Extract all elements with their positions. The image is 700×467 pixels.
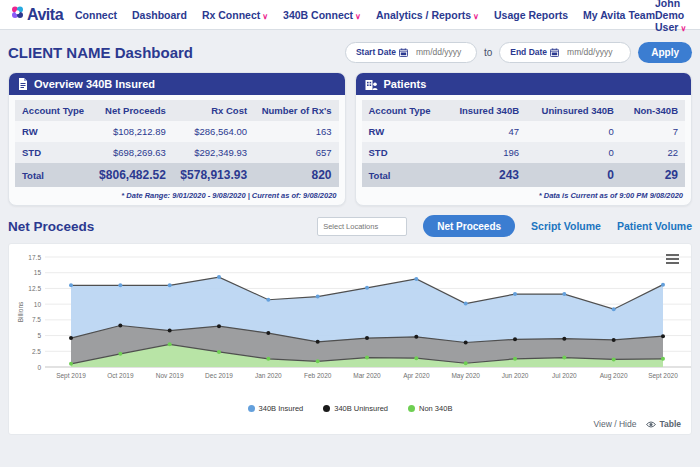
patients-card-title: Patients xyxy=(384,78,427,90)
chevron-down-icon: ∨ xyxy=(262,12,268,21)
script-volume-button[interactable]: Script Volume xyxy=(531,220,601,232)
col-uninsured-340b: Uninsured 340B xyxy=(526,100,621,121)
table-row: RW $108,212.89 $286,564.00 163 xyxy=(15,121,339,142)
page-title: CLIENT NAME Dashboard xyxy=(8,44,193,61)
chart-card: 02.557.51012.51517.5BillionsSept 2019Oct… xyxy=(8,243,692,435)
patients-card: Patients Account Type Insured 340B Unins… xyxy=(355,72,693,206)
end-date-field[interactable]: End Date xyxy=(499,42,631,63)
svg-text:2.5: 2.5 xyxy=(32,348,41,355)
legend-label: 340B Insured xyxy=(259,404,304,413)
calendar-icon xyxy=(550,48,559,57)
eye-icon xyxy=(646,421,656,428)
avita-logo[interactable]: Avita xyxy=(10,5,63,24)
net-proceeds-button[interactable]: Net Proceeds xyxy=(423,215,515,237)
svg-text:Sept 2019: Sept 2019 xyxy=(56,372,86,380)
net-proceeds-chart: 02.557.51012.51517.5BillionsSept 2019Oct… xyxy=(15,247,685,401)
select-locations-input[interactable] xyxy=(317,217,407,236)
svg-text:7.5: 7.5 xyxy=(32,316,41,323)
patients-icon xyxy=(365,79,378,90)
table-row: RW 47 0 7 xyxy=(362,121,686,142)
svg-text:Jan 2020: Jan 2020 xyxy=(255,372,282,379)
chevron-down-icon: ∨ xyxy=(680,24,686,33)
table-row: STD $698,269.63 $292,349.93 657 xyxy=(15,142,339,163)
svg-text:Dec 2019: Dec 2019 xyxy=(205,372,233,379)
avita-flower-icon xyxy=(10,5,25,24)
date-controls: Start Date to End Date Apply xyxy=(345,42,692,63)
calendar-icon xyxy=(399,48,408,57)
end-date-input[interactable] xyxy=(567,47,629,57)
svg-text:Jun 2020: Jun 2020 xyxy=(502,372,529,379)
patients-header-row: Account Type Insured 340B Uninsured 340B… xyxy=(362,100,686,121)
chart-controls: Net Proceeds Script Volume Patient Volum… xyxy=(317,215,692,237)
nav-item-dashboard[interactable]: Dashboard xyxy=(132,9,187,21)
overview-footnote: * Date Range: 9/01/2020 - 9/08/2020 | Cu… xyxy=(15,187,339,201)
total-row: Total 243 0 29 xyxy=(362,163,686,187)
overview-card-header: Overview 340B Insured xyxy=(9,73,345,95)
overview-card-title: Overview 340B Insured xyxy=(34,78,155,90)
svg-text:0: 0 xyxy=(37,364,41,371)
svg-text:Sept 2020: Sept 2020 xyxy=(648,372,678,380)
patient-volume-button[interactable]: Patient Volume xyxy=(617,220,692,232)
col-non-340b: Non-340B xyxy=(621,100,685,121)
chart-svg: 02.557.51012.51517.5BillionsSept 2019Oct… xyxy=(15,247,697,397)
start-date-input[interactable] xyxy=(416,47,478,57)
overview-header-row: Account Type Net Proceeds Rx Cost Number… xyxy=(15,100,339,121)
legend-label: 340B Uninsured xyxy=(334,404,388,413)
nav-items: Connect Dashboard Rx Connect∨ 340B Conne… xyxy=(75,9,655,21)
end-date-label: End Date xyxy=(510,47,559,57)
col-account-type: Account Type xyxy=(362,100,446,121)
legend-item[interactable]: 340B Uninsured xyxy=(323,404,388,413)
chart-legend: 340B Insured340B UninsuredNon 340B xyxy=(15,402,685,415)
legend-label: Non 340B xyxy=(419,404,452,413)
svg-text:12.5: 12.5 xyxy=(28,285,41,292)
svg-text:Oct 2019: Oct 2019 xyxy=(107,372,134,379)
nav-item-connect[interactable]: Connect xyxy=(75,9,117,21)
nav-item-analytics-reports[interactable]: Analytics / Reports∨ xyxy=(376,9,479,21)
legend-dot-icon xyxy=(323,405,330,412)
apply-button[interactable]: Apply xyxy=(638,42,692,63)
svg-text:10: 10 xyxy=(34,301,42,308)
nav-item-my-avita-team[interactable]: My Avita Team xyxy=(583,9,655,21)
patients-card-header: Patients xyxy=(356,73,692,95)
top-nav: Avita Connect Dashboard Rx Connect∨ 340B… xyxy=(0,0,700,30)
col-account-type: Account Type xyxy=(15,100,92,121)
chart-footer: View / Hide Table xyxy=(15,415,685,432)
svg-text:Nov 2019: Nov 2019 xyxy=(156,372,184,379)
user-menu[interactable]: John Demo User∨ xyxy=(655,0,690,33)
svg-text:Aug 2020: Aug 2020 xyxy=(600,372,628,380)
net-proceeds-section-title: Net Proceeds xyxy=(8,219,94,234)
svg-text:Mar 2020: Mar 2020 xyxy=(353,372,381,379)
nav-item-rx-connect[interactable]: Rx Connect∨ xyxy=(202,9,268,21)
chevron-down-icon: ∨ xyxy=(355,12,361,21)
patients-footnote: * Data is Current as of 9:00 PM 9/08/202… xyxy=(362,187,686,201)
svg-text:Jul 2020: Jul 2020 xyxy=(552,372,577,379)
svg-text:Apr 2020: Apr 2020 xyxy=(403,372,430,380)
svg-text:15: 15 xyxy=(34,269,42,276)
view-hide-toggle[interactable]: View / Hide xyxy=(594,419,637,429)
patients-table: Account Type Insured 340B Uninsured 340B… xyxy=(362,100,686,187)
col-number-of-rxs: Number of Rx's xyxy=(254,100,338,121)
legend-dot-icon xyxy=(248,405,255,412)
nav-item-340b-connect[interactable]: 340B Connect∨ xyxy=(283,9,361,21)
nav-item-usage-reports[interactable]: Usage Reports xyxy=(494,9,568,21)
table-row: STD 196 0 22 xyxy=(362,142,686,163)
col-rx-cost: Rx Cost xyxy=(173,100,254,121)
overview-340b-card: Overview 340B Insured Account Type Net P… xyxy=(8,72,346,206)
overview-table: Account Type Net Proceeds Rx Cost Number… xyxy=(15,100,339,187)
svg-text:Billions: Billions xyxy=(17,301,24,322)
start-date-label: Start Date xyxy=(356,47,408,57)
start-date-field[interactable]: Start Date xyxy=(345,42,477,63)
svg-text:17.5: 17.5 xyxy=(28,254,41,261)
svg-text:May 2020: May 2020 xyxy=(451,372,480,380)
total-row: Total $806,482.52 $578,913.93 820 xyxy=(15,163,339,187)
col-insured-340b: Insured 340B xyxy=(445,100,526,121)
svg-text:Feb 2020: Feb 2020 xyxy=(304,372,332,379)
legend-item[interactable]: 340B Insured xyxy=(248,404,304,413)
avita-logo-text: Avita xyxy=(27,6,63,24)
legend-item[interactable]: Non 340B xyxy=(408,404,452,413)
chart-menu-icon[interactable] xyxy=(666,252,679,266)
col-net-proceeds: Net Proceeds xyxy=(92,100,173,121)
document-icon xyxy=(18,78,28,90)
to-label: to xyxy=(484,47,492,58)
table-toggle[interactable]: Table xyxy=(646,419,681,429)
